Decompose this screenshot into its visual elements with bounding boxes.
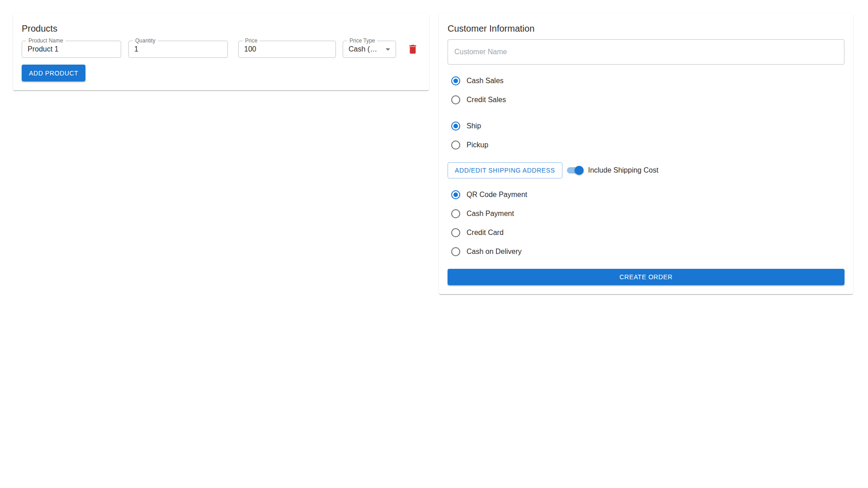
radio-icon [451,141,460,150]
add-product-button[interactable]: ADD PRODUCT [22,65,85,81]
shipping-row: ADD/EDIT SHIPPING ADDRESS Include Shippi… [448,162,844,178]
product-name-label: Product Name [26,38,66,44]
radio-label: QR Code Payment [467,191,527,199]
product-name-field[interactable]: Product Name [22,41,121,58]
product-name-input[interactable] [28,45,115,53]
sales-type-radio-group: Cash Sales Credit Sales [448,71,844,109]
radio-ship[interactable]: Ship [448,117,844,136]
delete-icon [407,43,419,55]
products-title: Products [22,23,420,34]
radio-credit-card[interactable]: Credit Card [448,223,844,242]
quantity-input[interactable] [134,45,222,53]
price-type-select[interactable]: Price Type Cash (… [343,41,396,58]
delivery-method-radio-group: Ship Pickup [448,117,844,155]
quantity-field[interactable]: Quantity [128,41,228,58]
radio-pickup[interactable]: Pickup [448,136,844,155]
radio-icon [451,209,460,218]
create-order-button[interactable]: CREATE ORDER [448,269,844,285]
customer-information-title: Customer Information [448,23,844,34]
customer-information-card: Customer Information Cash Sales Credit S… [439,14,853,294]
radio-icon [451,95,460,104]
radio-credit-sales[interactable]: Credit Sales [448,90,844,109]
product-row: Product Name Quantity Price Price Type C… [22,41,420,58]
include-shipping-cost-toggle[interactable] [566,165,584,176]
include-shipping-cost-label: Include Shipping Cost [588,166,659,174]
customer-name-input[interactable] [454,48,838,56]
toggle-thumb [575,166,584,175]
radio-icon [451,228,460,237]
radio-label: Credit Card [467,229,504,237]
radio-cash-sales[interactable]: Cash Sales [448,71,844,90]
radio-label: Ship [467,122,481,130]
price-type-value: Cash (… [349,45,385,53]
add-edit-shipping-address-button[interactable]: ADD/EDIT SHIPPING ADDRESS [448,162,562,178]
radio-cash-payment[interactable]: Cash Payment [448,204,844,223]
radio-icon [451,122,460,131]
delete-product-button[interactable] [406,42,420,56]
customer-name-field[interactable] [448,39,844,65]
radio-qr-code-payment[interactable]: QR Code Payment [448,185,844,204]
radio-icon [451,247,460,256]
radio-label: Pickup [467,141,488,149]
radio-label: Cash on Delivery [467,248,522,256]
price-field[interactable]: Price [238,41,336,58]
radio-cash-on-delivery[interactable]: Cash on Delivery [448,242,844,261]
radio-icon [451,190,460,199]
products-card: Products Product Name Quantity Price Pri… [13,14,429,90]
radio-label: Credit Sales [467,96,506,104]
price-type-label: Price Type [347,38,377,44]
chevron-down-icon [386,48,390,51]
radio-icon [451,76,460,85]
price-label: Price [243,38,259,44]
radio-label: Cash Sales [467,77,504,85]
payment-method-radio-group: QR Code Payment Cash Payment Credit Card… [448,185,844,261]
radio-label: Cash Payment [467,210,514,218]
price-input[interactable] [244,45,330,53]
quantity-label: Quantity [133,38,158,44]
